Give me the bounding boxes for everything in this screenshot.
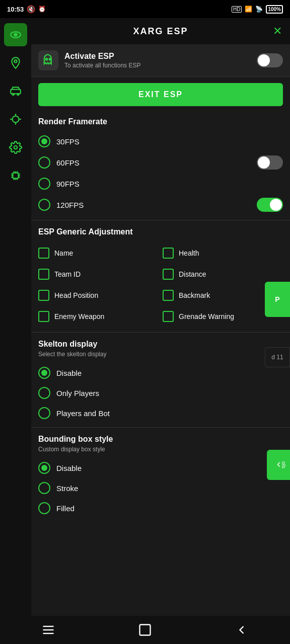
exit-esp-button[interactable]: EXIT ESP [38, 83, 283, 106]
checkbox-teamid-box [38, 269, 49, 280]
checkbox-backmark-label: Backmark [179, 291, 210, 300]
home-square-icon [138, 623, 152, 637]
bbox-disable-label: Disable [56, 464, 82, 472]
bbox-filled[interactable]: Filled [38, 498, 283, 518]
main-panel: XARG ESP ✕ Activate ESP To activate all … [31, 18, 290, 616]
fps-option-120[interactable]: 120FPS [38, 194, 283, 216]
peek-arrow-icon: › [277, 458, 280, 471]
bounding-box-subtitle: Custom display box style [38, 446, 283, 453]
d11-label: d 11 [271, 354, 283, 361]
checkbox-teamid[interactable]: Team ID [38, 265, 159, 284]
esp-generic-title: ESP Generic Adjustment [38, 227, 283, 236]
esp-ghost-icon [41, 53, 55, 67]
car-icon [9, 85, 22, 98]
radio-bbox-stroke [38, 482, 50, 494]
nav-menu-button[interactable] [0, 616, 97, 644]
bottom-nav [0, 616, 290, 644]
bounding-box-title: Bounding box style [38, 435, 283, 444]
back-chevron-icon [235, 623, 249, 637]
checkbox-enemyweapon[interactable]: Enemy Weapon [38, 307, 159, 326]
skelton-only-players[interactable]: Only Players [38, 383, 283, 403]
checkbox-health-box [163, 248, 174, 259]
fps-option-30[interactable]: 30FPS [38, 131, 283, 151]
checkbox-enemyweapon-box [38, 311, 49, 322]
bbox-stroke[interactable]: Stroke [38, 478, 283, 498]
fps-60-toggle[interactable] [257, 155, 283, 170]
radio-bbox-disable [38, 462, 50, 474]
sidebar-item-car[interactable] [4, 79, 27, 103]
fps-option-90[interactable]: 90FPS [38, 174, 283, 194]
activate-title: Activate ESP [64, 52, 251, 61]
checkbox-headposition-label: Head Position [54, 291, 98, 300]
radio-skelton-only-players [38, 387, 50, 399]
checkbox-name-box [38, 248, 49, 259]
fps-option-60[interactable]: 60FPS [38, 151, 283, 174]
settings-icon [9, 141, 22, 154]
svg-point-25 [46, 58, 48, 60]
sidebar-item-settings[interactable] [4, 136, 27, 159]
chip-icon [9, 169, 22, 182]
divider-2 [31, 332, 290, 333]
bottom-spacer [31, 520, 290, 560]
location-icon [9, 56, 22, 69]
crosshair-icon [9, 113, 22, 126]
sidebar-item-chip[interactable] [4, 164, 27, 187]
svg-point-1 [14, 33, 17, 36]
status-bar: 10:53 🔇 ⏰ HD 📶 📡 100% [0, 0, 290, 18]
radio-skelton-players-and-bot [38, 407, 50, 419]
svg-point-11 [14, 146, 18, 149]
bbox-disable[interactable]: Disable [38, 458, 283, 478]
activate-esp-toggle[interactable] [257, 53, 283, 67]
status-right: HD 📶 📡 100% [232, 5, 283, 14]
hd-badge: HD [232, 6, 242, 13]
peek-label: ols [281, 461, 287, 468]
divider-1 [31, 220, 290, 220]
skelton-only-players-label: Only Players [56, 389, 99, 397]
mute-icon: 🔇 [27, 5, 35, 13]
battery-icon: 100% [266, 5, 283, 14]
close-button[interactable]: ✕ [273, 25, 282, 38]
radio-30fps [38, 135, 50, 147]
status-left: 10:53 🔇 ⏰ [7, 5, 46, 13]
signal-icon: 📶 [245, 6, 252, 13]
toggle-knob [258, 54, 270, 66]
svg-rect-3 [11, 90, 21, 94]
fps-120-toggle[interactable] [257, 198, 283, 212]
svg-point-6 [13, 116, 19, 123]
app-title: XARG ESP [133, 26, 188, 37]
checkbox-grid: Name Health Team ID Distance [38, 242, 283, 328]
skelton-players-and-bot[interactable]: Players and Bot [38, 403, 283, 423]
checkbox-distance-box [163, 269, 174, 280]
radio-60fps [38, 156, 50, 169]
bbox-filled-label: Filled [56, 504, 75, 513]
skelton-disable-label: Disable [56, 369, 82, 377]
time: 10:53 [7, 6, 24, 13]
skelton-title: Skelton display [38, 340, 283, 349]
right-d11-peek[interactable]: d 11 [265, 347, 290, 367]
nav-back-button[interactable] [193, 616, 290, 644]
sidebar-item-location[interactable] [4, 51, 27, 74]
skelton-section: Skelton display Select the skelton displ… [31, 335, 290, 425]
sidebar-item-eye[interactable] [4, 23, 27, 46]
sidebar [0, 18, 31, 616]
checkbox-teamid-label: Team ID [54, 270, 81, 279]
checkbox-name[interactable]: Name [38, 244, 159, 263]
skelton-disable[interactable]: Disable [38, 363, 283, 383]
right-esp-peek[interactable]: P [265, 282, 290, 317]
right-esp-peek-label: P [275, 295, 279, 303]
activate-desc: To activate all functions ESP [64, 62, 251, 69]
checkbox-headposition[interactable]: Head Position [38, 286, 159, 305]
right-peek-panel[interactable]: › ols [267, 450, 290, 480]
checkbox-grenadewarning-box [163, 311, 174, 322]
exit-btn-wrapper: EXIT ESP [31, 83, 290, 106]
checkbox-headposition-box [38, 290, 49, 301]
hamburger-icon [41, 623, 55, 637]
checkbox-distance[interactable]: Distance [163, 265, 283, 284]
sidebar-item-crosshair[interactable] [4, 108, 27, 131]
fps-60-label: 60FPS [56, 158, 80, 167]
checkbox-distance-label: Distance [179, 270, 206, 279]
esp-icon-container [38, 50, 58, 70]
nav-home-button[interactable] [97, 616, 193, 644]
checkbox-health[interactable]: Health [163, 244, 283, 263]
esp-generic-section: ESP Generic Adjustment Name Health Team … [31, 222, 290, 330]
